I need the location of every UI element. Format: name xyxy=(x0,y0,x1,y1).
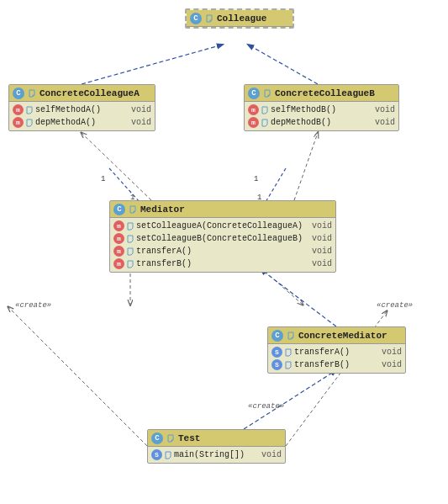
method-main-icon: S xyxy=(151,449,162,460)
method-setColleagueB-icon: m xyxy=(113,233,124,244)
class-cca-icon: C xyxy=(13,88,24,99)
method-setColleagueA: m setColleagueA(ConcreteColleagueA) void xyxy=(113,220,332,232)
method-cm-transferA-return: void xyxy=(382,347,402,357)
method-selfMethodA: m selfMethodA() void xyxy=(13,103,151,116)
method-depMethodB-leaf xyxy=(261,119,269,127)
method-selfMethodB-name: selfMethodB() xyxy=(271,105,370,114)
class-mediator-header: C Mediator xyxy=(110,201,335,218)
class-test-header: C Test xyxy=(148,430,285,447)
class-colleague-name: Colleague xyxy=(217,13,266,24)
method-setColleagueB: m setColleagueB(ConcreteColleagueB) void xyxy=(113,232,332,245)
method-transferB-return: void xyxy=(312,259,332,268)
class-cm-leaf xyxy=(286,331,296,341)
class-mediator-name: Mediator xyxy=(140,204,185,215)
method-setColleagueA-leaf xyxy=(126,222,134,231)
svg-line-0 xyxy=(82,45,223,84)
create-label-bottom: «create» xyxy=(248,402,284,411)
class-test-body: S main(String[]) void xyxy=(148,447,285,463)
class-cm-icon: C xyxy=(271,330,283,342)
method-setColleagueB-leaf xyxy=(126,235,134,243)
diagram-container: 1 1 1 1 «create» «create» «create» C Col… xyxy=(0,0,448,504)
method-transferA: m transferA() void xyxy=(113,245,332,257)
svg-line-7 xyxy=(261,268,303,305)
class-ccb-name: ConcreteColleagueB xyxy=(275,88,375,98)
method-depMethodA: m depMethodA() void xyxy=(13,116,151,129)
class-cm-header: C ConcreteMediator xyxy=(268,327,405,344)
method-setColleagueB-name: setColleagueB(ConcreteColleagueB) xyxy=(136,234,307,243)
class-test[interactable]: C Test S main(String[]) void xyxy=(147,429,286,464)
method-depMethodB: m depMethodB() void xyxy=(248,116,395,129)
method-depMethodB-icon: m xyxy=(248,117,259,128)
method-selfMethodA-return: void xyxy=(131,105,151,114)
method-depMethodB-name: depMethodB() xyxy=(271,118,370,127)
class-colleague-icon: C xyxy=(190,13,202,24)
method-depMethodA-name: depMethodA() xyxy=(35,118,126,127)
class-cm-name: ConcreteMediator xyxy=(298,331,387,341)
svg-text:1: 1 xyxy=(101,175,105,183)
method-cm-transferA-leaf xyxy=(284,348,293,357)
method-depMethodA-return: void xyxy=(131,118,151,127)
class-colleague[interactable]: C Colleague xyxy=(185,8,294,29)
method-cm-transferB-leaf xyxy=(284,361,293,369)
create-label-left: «create» xyxy=(15,301,51,310)
method-cm-transferB-icon: S xyxy=(271,359,282,370)
method-transferA-name: transferA() xyxy=(136,247,307,256)
method-cm-transferA: S transferA() void xyxy=(271,346,402,358)
class-ccb-body: m selfMethodB() void m depMethodB() void xyxy=(245,102,398,130)
svg-line-3 xyxy=(294,133,318,200)
method-transferB: m transferB() void xyxy=(113,257,332,270)
method-setColleagueB-return: void xyxy=(312,234,332,243)
create-label-right: «create» xyxy=(377,301,413,310)
class-test-icon: C xyxy=(151,432,163,444)
method-transferA-return: void xyxy=(312,247,332,256)
method-transferA-leaf xyxy=(126,247,134,256)
svg-line-2 xyxy=(82,133,151,200)
method-setColleagueA-return: void xyxy=(312,221,332,231)
svg-text:1: 1 xyxy=(254,175,258,183)
method-selfMethodB-return: void xyxy=(375,105,395,114)
method-selfMethodA-name: selfMethodA() xyxy=(35,105,126,114)
method-depMethodA-leaf xyxy=(25,119,34,127)
method-cm-transferB-return: void xyxy=(382,360,402,369)
method-selfMethodB-icon: m xyxy=(248,104,259,115)
class-concrete-colleague-b[interactable]: C ConcreteColleagueB m selfMethodB() voi… xyxy=(244,84,399,131)
method-setColleagueA-name: setColleagueA(ConcreteColleagueA) xyxy=(136,221,307,231)
method-selfMethodA-icon: m xyxy=(13,104,24,115)
class-concrete-mediator[interactable]: C ConcreteMediator S transferA() void S … xyxy=(267,326,406,374)
method-setColleagueA-icon: m xyxy=(113,220,124,231)
class-mediator-icon: C xyxy=(113,204,125,215)
method-transferB-leaf xyxy=(126,260,134,268)
method-cm-transferB-name: transferB() xyxy=(294,360,377,369)
method-selfMethodA-leaf xyxy=(25,106,34,114)
method-selfMethodB-leaf xyxy=(261,106,269,114)
method-transferB-icon: m xyxy=(113,258,124,269)
method-main-return: void xyxy=(261,450,282,459)
class-mediator[interactable]: C Mediator m setColleagueA(ConcreteColle… xyxy=(109,200,336,273)
class-ccb-header: C ConcreteColleagueB xyxy=(245,85,398,102)
method-transferB-name: transferB() xyxy=(136,259,307,268)
method-cm-transferA-name: transferA() xyxy=(294,347,377,357)
svg-line-10 xyxy=(8,307,147,446)
method-depMethodB-return: void xyxy=(375,118,395,127)
class-cm-body: S transferA() void S transferB() void xyxy=(268,344,405,373)
class-colleague-leaf xyxy=(204,13,214,24)
method-transferA-icon: m xyxy=(113,246,124,257)
method-cm-transferB: S transferB() void xyxy=(271,358,402,371)
class-ccb-leaf xyxy=(262,88,272,98)
class-cca-name: ConcreteColleagueA xyxy=(40,88,140,98)
class-cca-leaf xyxy=(27,88,37,98)
class-ccb-icon: C xyxy=(248,88,260,99)
method-main-leaf xyxy=(164,451,172,459)
class-mediator-body: m setColleagueA(ConcreteColleagueA) void… xyxy=(110,218,335,272)
svg-line-1 xyxy=(248,45,318,84)
class-colleague-header: C Colleague xyxy=(187,10,293,27)
svg-line-8 xyxy=(261,269,336,326)
method-selfMethodB: m selfMethodB() void xyxy=(248,103,395,116)
class-cca-body: m selfMethodA() void m depMethodA() void xyxy=(9,102,155,130)
class-concrete-colleague-a[interactable]: C ConcreteColleagueA m selfMethodA() voi… xyxy=(8,84,155,131)
method-main: S main(String[]) void xyxy=(151,448,282,461)
class-mediator-leaf xyxy=(128,204,138,215)
method-main-name: main(String[]) xyxy=(174,450,256,459)
class-cca-header: C ConcreteColleagueA xyxy=(9,85,155,102)
svg-line-9 xyxy=(244,370,336,429)
